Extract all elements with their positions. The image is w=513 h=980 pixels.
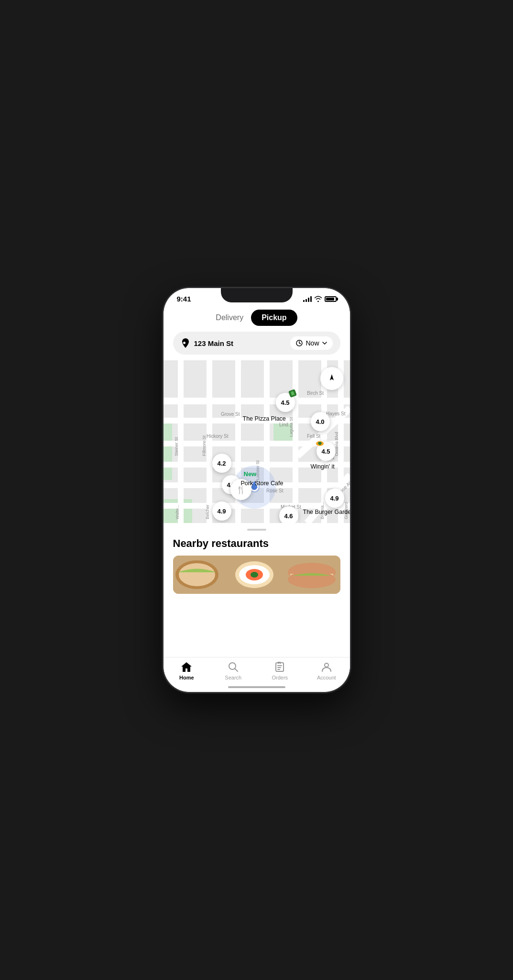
- nav-label-orders: Orders: [272, 675, 288, 680]
- status-time: 9:41: [177, 295, 191, 303]
- restaurant-pin[interactable]: 4.2: [212, 454, 231, 473]
- address-text: 123 Main St: [194, 339, 234, 347]
- bottom-sheet: Nearby restaurants: [164, 523, 350, 676]
- svg-rect-57: [277, 669, 280, 670]
- navigation-icon: [327, 373, 337, 384]
- svg-text:Lind...: Lind...: [279, 422, 292, 427]
- pin-rating: 4.5: [281, 399, 289, 406]
- nav-label-home: Home: [179, 675, 194, 680]
- location-pin-icon: [181, 338, 190, 348]
- status-icons: [303, 296, 337, 302]
- svg-text:Grove St: Grove St: [221, 412, 240, 417]
- address-bar[interactable]: 123 Main St Now: [173, 332, 340, 355]
- account-icon: [321, 661, 332, 673]
- sheet-handle[interactable]: [247, 529, 266, 531]
- nav-item-search[interactable]: Search: [210, 661, 257, 680]
- restaurant-preview-card[interactable]: [173, 556, 340, 594]
- svg-rect-12: [207, 360, 212, 523]
- restaurant-pin[interactable]: 4.9: [212, 501, 231, 521]
- new-badge: New: [244, 470, 257, 478]
- svg-rect-55: [277, 665, 282, 666]
- home-indicator: [228, 686, 285, 688]
- svg-text:Hayes St: Hayes St: [326, 411, 346, 416]
- svg-rect-56: [277, 667, 281, 668]
- time-label: Now: [306, 339, 319, 347]
- food-badge-icon: [316, 439, 324, 446]
- restaurant-label: Wingin' it: [311, 463, 335, 470]
- restaurant-pin[interactable]: 4.5: [317, 442, 336, 461]
- home-icon: [181, 661, 192, 673]
- map-view[interactable]: Birch St Hayes St Grove St Fell St Hicko…: [164, 360, 350, 523]
- nav-label-search: Search: [225, 675, 241, 680]
- svg-rect-2: [164, 423, 172, 480]
- pin-rating: 4.2: [217, 460, 226, 467]
- main-content: Delivery Pickup 123 Main St: [164, 306, 350, 676]
- svg-text:Fell St: Fell St: [307, 434, 321, 439]
- svg-point-45: [179, 563, 215, 586]
- svg-text:Birch St: Birch St: [307, 390, 324, 396]
- address-left: 123 Main St: [181, 338, 234, 348]
- restaurant-pin[interactable]: 4.0: [311, 412, 330, 431]
- mode-toggle: Delivery Pickup: [173, 310, 340, 326]
- restaurant-image: [173, 556, 340, 594]
- clock-icon: [296, 340, 303, 346]
- restaurant-pin[interactable]: 4.5: [276, 393, 295, 412]
- nav-item-account[interactable]: Account: [303, 661, 350, 680]
- svg-text:Hickory St: Hickory St: [207, 434, 229, 439]
- restaurant-pin[interactable]: 4.9: [325, 489, 344, 508]
- wifi-icon: [314, 296, 322, 302]
- phone-screen: 9:41 Delivery: [164, 288, 350, 692]
- pin-rating: 4.9: [330, 495, 338, 502]
- battery-icon: [325, 296, 337, 302]
- time-selector[interactable]: Now: [290, 336, 332, 350]
- nav-item-home[interactable]: Home: [164, 661, 210, 680]
- restaurant-pin[interactable]: 4.6: [279, 506, 298, 523]
- pickup-tab[interactable]: Pickup: [251, 310, 297, 326]
- restaurant-label: The Pizza Place: [243, 415, 286, 422]
- orders-icon: [274, 661, 285, 673]
- svg-text:Belcher: Belcher: [205, 504, 210, 519]
- svg-text:Steiner St: Steiner St: [174, 437, 179, 456]
- nav-item-orders[interactable]: Orders: [257, 661, 304, 680]
- pin-rating: 4.0: [316, 418, 324, 425]
- phone-frame: 9:41 Delivery: [164, 288, 350, 692]
- svg-point-49: [251, 572, 258, 578]
- pin-rating: 4.9: [217, 508, 226, 515]
- restaurant-label: Pork Store Cafe: [241, 480, 284, 487]
- nav-label-account: Account: [317, 675, 336, 680]
- compass-button[interactable]: [320, 367, 343, 390]
- delivery-tab[interactable]: Delivery: [216, 313, 243, 322]
- svg-point-38: [318, 442, 321, 445]
- svg-text:Walte...: Walte...: [175, 505, 180, 519]
- nearby-title: Nearby restaurants: [164, 537, 350, 556]
- restaurant-label: The Burger Garden: [303, 509, 350, 515]
- pin-rating: 4.5: [321, 448, 330, 455]
- search-icon: [228, 661, 239, 673]
- signal-icon: [303, 296, 312, 302]
- pin-rating: 4.6: [284, 512, 293, 520]
- svg-point-58: [325, 663, 328, 667]
- chevron-down-icon: [322, 342, 327, 345]
- svg-rect-15: [293, 360, 298, 523]
- header: Delivery Pickup 123 Main St: [164, 306, 350, 360]
- svg-text:Fillmore St: Fillmore St: [202, 435, 207, 456]
- phone-notch: [221, 288, 293, 302]
